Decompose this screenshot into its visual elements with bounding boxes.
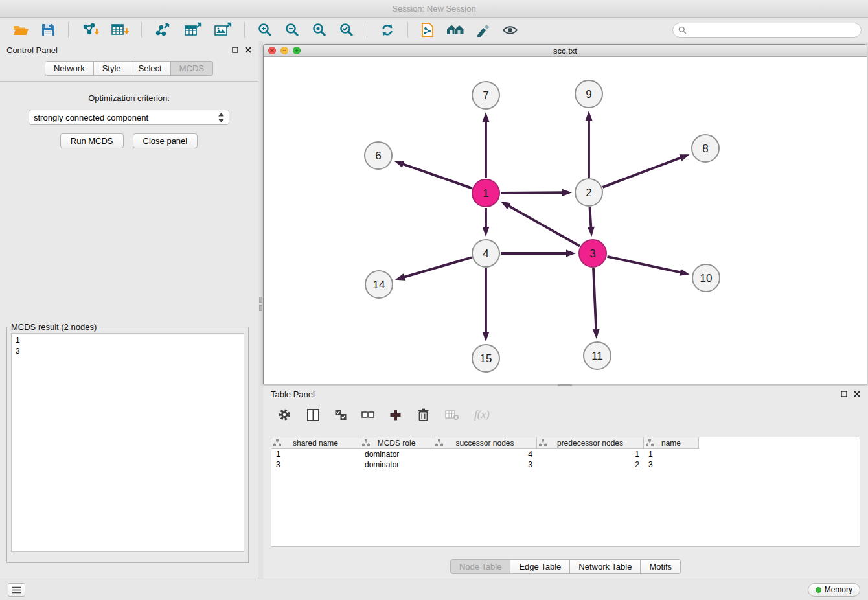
table-cell[interactable]: 3 (433, 459, 537, 470)
graph-edge-3-11[interactable] (593, 268, 596, 331)
graph-node-label: 10 (700, 272, 713, 284)
tab-network-table[interactable]: Network Table (570, 559, 641, 574)
zoom-fit-button[interactable] (310, 21, 328, 39)
tab-node-table[interactable]: Node Table (450, 559, 511, 574)
optimization-dropdown[interactable]: strongly connected component (29, 110, 229, 125)
clone-network-button[interactable] (419, 21, 436, 39)
toolbar-separator (367, 22, 367, 38)
column-header-name[interactable]: name (644, 437, 699, 449)
splitter-grip[interactable] (259, 297, 262, 314)
minimize-window-button[interactable] (280, 47, 288, 54)
table-cell[interactable]: 1 (537, 449, 644, 459)
list-icon (12, 586, 21, 594)
dropdown-arrows-icon (218, 113, 224, 122)
folder-open-icon (12, 23, 29, 37)
graph-edge-1-2[interactable] (501, 192, 564, 193)
graph-edge-arrowhead (680, 154, 690, 161)
select-all-columns-button[interactable] (334, 408, 348, 422)
refresh-icon (380, 23, 395, 38)
export-network-button[interactable] (153, 21, 174, 39)
close-icon (245, 47, 251, 53)
dropdown-value: strongly connected component (34, 113, 148, 122)
vertical-splitter[interactable] (258, 41, 263, 579)
graph-edge-1-6[interactable] (402, 164, 472, 189)
column-header-successor-nodes[interactable]: successor nodes (433, 437, 537, 449)
memory-label: Memory (825, 585, 852, 594)
brush-button[interactable] (475, 21, 492, 38)
tab-select[interactable]: Select (130, 61, 171, 76)
tab-edge-table[interactable]: Edge Table (510, 559, 570, 574)
zoom-window-button[interactable] (293, 47, 301, 54)
column-header-shared-name[interactable]: shared name (271, 437, 360, 449)
run-mcds-button[interactable]: Run MCDS (60, 133, 124, 148)
table-header: shared nameMCDS rolesuccessor nodesprede… (271, 437, 860, 449)
search-box[interactable] (672, 23, 862, 38)
close-icon (270, 49, 274, 52)
table-cell[interactable]: 4 (433, 449, 537, 459)
zoom-out-button[interactable] (283, 21, 301, 39)
import-table-icon (111, 22, 129, 38)
table-cell[interactable]: 1 (271, 449, 360, 459)
export-table-button[interactable] (183, 21, 203, 39)
graph-node-label: 1 (483, 187, 488, 200)
graph-edge-arrowhead (483, 332, 490, 341)
float-icon (232, 47, 238, 53)
eye-button[interactable] (501, 23, 520, 38)
table-cell[interactable]: 3 (644, 459, 699, 470)
graph-edge-2-3[interactable] (589, 207, 591, 229)
zoom-in-button[interactable] (256, 21, 274, 39)
graph-edge-arrowhead (562, 189, 572, 196)
column-header-predecessor-nodes[interactable]: predecessor nodes (537, 437, 644, 449)
refresh-button[interactable] (378, 21, 396, 39)
save-icon (41, 23, 56, 37)
tab-network[interactable]: Network (45, 61, 94, 76)
search-input[interactable] (690, 25, 856, 34)
hierarchy-icon (646, 439, 654, 446)
table-row[interactable]: 3dominator323 (271, 459, 860, 470)
graph-edge-3-1[interactable] (507, 205, 580, 246)
clone-network-icon (420, 22, 435, 38)
graph-edge-3-10[interactable] (607, 257, 681, 273)
export-image-button[interactable] (212, 21, 233, 39)
node-table: shared nameMCDS rolesuccessor nodesprede… (271, 437, 860, 547)
table-cell[interactable]: 3 (271, 459, 360, 470)
close-panel-icon-button[interactable] (854, 391, 860, 397)
toolbar-separator (407, 22, 408, 38)
network-window-titlebar[interactable]: scc.txt (264, 45, 867, 57)
table-cell[interactable]: 2 (537, 459, 644, 470)
tab-mcds[interactable]: MCDS (171, 61, 213, 76)
memory-button[interactable]: Memory (808, 583, 860, 597)
delete-column-button[interactable] (415, 406, 431, 423)
open-session-button[interactable] (11, 21, 30, 38)
create-column-button[interactable] (388, 408, 403, 422)
mcds-result-title: MCDS result (2 nodes) (8, 322, 99, 332)
table-cell[interactable]: dominator (360, 459, 433, 470)
hierarchy-icon (539, 439, 547, 446)
close-window-button[interactable] (268, 47, 276, 54)
mcds-result-list[interactable]: 13 (11, 333, 244, 552)
network-graph[interactable]: 7968124314101511 (264, 57, 867, 384)
graph-edge-2-8[interactable] (603, 157, 683, 187)
tab-style[interactable]: Style (94, 61, 130, 76)
import-network-button[interactable] (80, 21, 100, 39)
table-settings-button[interactable] (276, 406, 293, 423)
tab-motifs[interactable]: Motifs (641, 559, 681, 574)
table-cell[interactable]: dominator (360, 449, 433, 459)
eye-icon (502, 24, 518, 36)
table-cell[interactable]: 1 (644, 449, 699, 459)
table-row[interactable]: 1dominator411 (271, 449, 860, 459)
close-panel-button[interactable]: Close panel (133, 133, 198, 148)
close-panel-icon-button[interactable] (245, 47, 251, 53)
float-panel-button[interactable] (841, 391, 847, 397)
column-header-MCDS-role[interactable]: MCDS role (360, 437, 433, 449)
show-columns-button[interactable] (305, 407, 321, 423)
deselect-all-columns-button[interactable] (360, 409, 376, 421)
menu-button[interactable] (8, 583, 25, 597)
graph-edge-4-14[interactable] (402, 257, 471, 277)
home-pair-button[interactable] (445, 22, 466, 38)
network-canvas[interactable]: 7968124314101511 (264, 57, 867, 384)
float-panel-button[interactable] (232, 47, 238, 53)
zoom-selected-button[interactable] (337, 21, 356, 39)
save-session-button[interactable] (40, 21, 57, 38)
import-table-button[interactable] (109, 21, 130, 39)
